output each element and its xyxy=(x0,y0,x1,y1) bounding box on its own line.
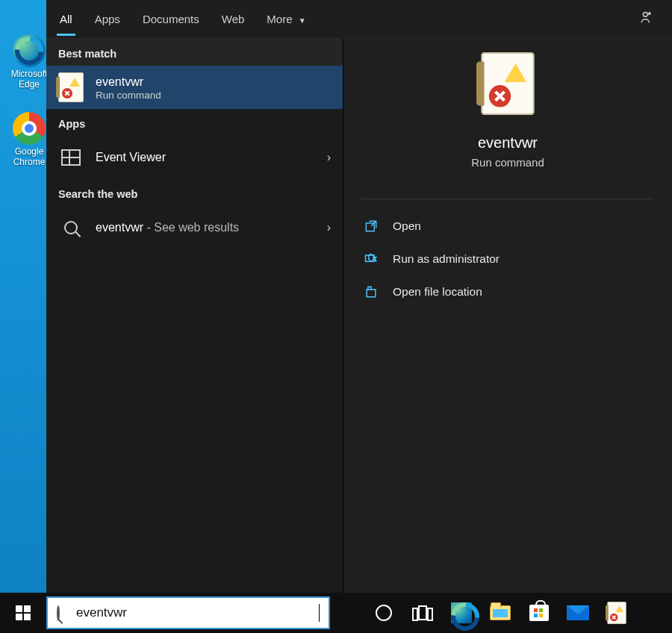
taskbar-pinned-mail[interactable] xyxy=(559,593,597,633)
divider xyxy=(361,199,654,199)
edge-icon xyxy=(451,602,472,623)
taskbar-search-box[interactable] xyxy=(46,596,330,629)
search-results-column: Best match eventvwr Run command Apps Eve… xyxy=(46,39,343,593)
result-title: eventvwr - See web results xyxy=(96,220,239,235)
taskbar-task-view[interactable] xyxy=(403,593,442,633)
start-button[interactable] xyxy=(0,593,46,633)
preview-actions: Open Run as administrator xyxy=(343,205,672,313)
action-label: Run as administrator xyxy=(393,252,500,266)
web-result-query: eventvwr xyxy=(96,221,143,234)
taskbar-pinned-file-explorer[interactable] xyxy=(481,593,520,633)
chrome-icon xyxy=(13,112,46,145)
microsoft-store-icon xyxy=(529,605,549,621)
feedback-button[interactable] xyxy=(633,6,662,32)
person-feedback-icon xyxy=(639,9,656,25)
result-app-event-viewer[interactable]: Event Viewer › xyxy=(46,136,343,179)
result-subtitle: Run command xyxy=(96,90,161,101)
result-best-match-eventvwr[interactable]: eventvwr Run command xyxy=(46,66,343,109)
cortana-icon xyxy=(376,605,392,621)
action-label: Open xyxy=(393,219,421,233)
tab-all[interactable]: All xyxy=(57,2,75,36)
taskbar-running-eventvwr[interactable] xyxy=(597,593,636,633)
eventvwr-icon xyxy=(607,602,626,624)
taskbar-pinned-edge[interactable] xyxy=(442,593,481,633)
chevron-right-icon: › xyxy=(327,151,331,164)
action-label: Open file location xyxy=(393,285,482,299)
result-search-web[interactable]: eventvwr - See web results › xyxy=(46,206,343,249)
action-open[interactable]: Open xyxy=(349,210,666,243)
folder-location-icon xyxy=(363,284,379,299)
svg-point-0 xyxy=(643,12,647,16)
tab-more[interactable]: More ▼ xyxy=(264,2,308,36)
web-result-suffix: - See web results xyxy=(143,221,239,234)
group-header-apps: Apps xyxy=(46,109,343,136)
mail-icon xyxy=(567,605,589,620)
action-open-file-location[interactable]: Open file location xyxy=(349,275,666,308)
chevron-down-icon: ▼ xyxy=(299,16,306,25)
action-run-as-administrator[interactable]: Run as administrator xyxy=(349,243,666,275)
eventvwr-icon xyxy=(57,73,85,102)
taskbar xyxy=(0,593,672,633)
result-title: eventvwr xyxy=(96,75,161,90)
open-icon xyxy=(363,219,379,234)
text-cursor-icon xyxy=(319,604,320,622)
chevron-right-icon: › xyxy=(327,221,331,234)
event-viewer-app-icon xyxy=(57,143,85,172)
preview-subtitle: Run command xyxy=(471,156,544,169)
tab-more-label: More xyxy=(267,13,292,25)
task-view-icon xyxy=(412,605,433,620)
taskbar-pinned-microsoft-store[interactable] xyxy=(520,593,559,633)
taskbar-cortana[interactable] xyxy=(364,593,403,633)
tab-documents[interactable]: Documents xyxy=(140,2,202,36)
search-scope-tabs: All Apps Documents Web More ▼ xyxy=(46,0,672,39)
tab-web[interactable]: Web xyxy=(219,2,248,36)
tab-apps[interactable]: Apps xyxy=(92,2,123,36)
search-preview-pane: eventvwr Run command Open xyxy=(343,39,672,593)
edge-icon xyxy=(13,34,46,67)
group-header-search-web: Search the web xyxy=(46,179,343,206)
search-icon xyxy=(57,213,85,242)
preview-title: eventvwr xyxy=(478,134,538,152)
file-explorer-icon xyxy=(490,605,511,620)
group-header-best-match: Best match xyxy=(46,39,343,66)
shield-run-admin-icon xyxy=(363,252,379,266)
taskbar-search-input[interactable] xyxy=(76,605,295,620)
preview-eventvwr-icon xyxy=(481,52,534,115)
windows-logo-icon xyxy=(16,605,31,620)
result-title: Event Viewer xyxy=(96,150,166,165)
start-search-panel: All Apps Documents Web More ▼ Best match xyxy=(46,0,672,593)
search-icon xyxy=(57,607,69,619)
